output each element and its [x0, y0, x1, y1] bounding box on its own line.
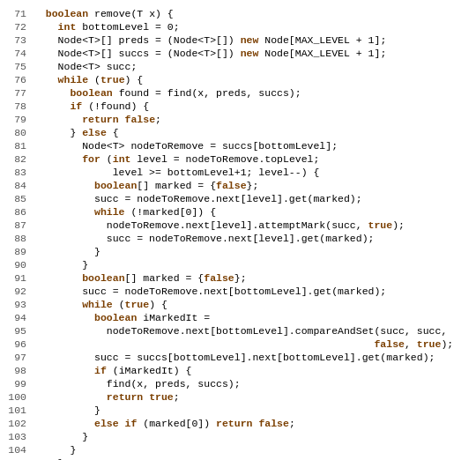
line-number: 100	[0, 390, 33, 404]
line-content: succ = nodeToRemove.next[level].get(mark…	[33, 192, 362, 205]
line-content: }	[33, 456, 64, 460]
line-number: 105	[0, 456, 33, 460]
line-number: 102	[0, 417, 33, 430]
table-row: 105 }	[0, 456, 476, 460]
line-number: 87	[0, 219, 33, 232]
table-row: 97 succ = succs[bottomLevel].next[bottom…	[0, 351, 476, 364]
line-number: 85	[0, 192, 33, 205]
line-content: Node<T>[] preds = (Node<T>[]) new Node[M…	[33, 33, 386, 47]
line-content: boolean[] marked = {false};	[33, 179, 258, 192]
table-row: 81 Node<T> nodeToRemove = succs[bottomLe…	[0, 139, 476, 152]
line-number: 74	[0, 47, 33, 60]
line-number: 80	[0, 126, 33, 139]
line-content: boolean iMarkedIt =	[33, 311, 210, 324]
table-row: 102 else if (marked[0]) return false;	[0, 417, 476, 430]
line-content: if (!found) {	[33, 100, 149, 113]
table-row: 94 boolean iMarkedIt =	[0, 311, 476, 324]
line-number: 76	[0, 73, 33, 86]
code-block: 71 boolean remove(T x) {72 int bottomLev…	[0, 0, 476, 460]
line-number: 90	[0, 258, 33, 271]
line-content: false, true);	[33, 338, 453, 351]
line-number: 77	[0, 86, 33, 100]
line-content: int bottomLevel = 0;	[33, 20, 180, 33]
line-content: boolean remove(T x) {	[33, 7, 174, 20]
line-number: 72	[0, 20, 33, 33]
line-content: return true;	[33, 390, 180, 404]
line-content: find(x, preds, succs);	[33, 377, 241, 390]
line-content: }	[33, 245, 100, 258]
table-row: 92 succ = nodeToRemove.next[bottomLevel]…	[0, 285, 476, 298]
line-number: 103	[0, 430, 33, 443]
table-row: 95 nodeToRemove.next[bottomLevel].compar…	[0, 324, 476, 338]
table-row: 87 nodeToRemove.next[level].attemptMark(…	[0, 219, 476, 232]
table-row: 71 boolean remove(T x) {	[0, 7, 476, 20]
line-content: while (true) {	[33, 73, 143, 86]
line-number: 91	[0, 271, 33, 285]
table-row: 96 false, true);	[0, 338, 476, 351]
line-number: 94	[0, 311, 33, 324]
line-content: else if (marked[0]) return false;	[33, 417, 295, 430]
table-row: 79 return false;	[0, 113, 476, 126]
table-row: 73 Node<T>[] preds = (Node<T>[]) new Nod…	[0, 33, 476, 47]
table-row: 89 }	[0, 245, 476, 258]
line-content: while (!marked[0]) {	[33, 205, 216, 219]
table-row: 100 return true;	[0, 390, 476, 404]
line-number: 88	[0, 232, 33, 245]
line-number: 101	[0, 404, 33, 417]
line-number: 98	[0, 364, 33, 377]
table-row: 80 } else {	[0, 126, 476, 139]
table-row: 93 while (true) {	[0, 298, 476, 311]
table-row: 75 Node<T> succ;	[0, 60, 476, 73]
line-number: 75	[0, 60, 33, 73]
line-content: Node<T>[] succs = (Node<T>[]) new Node[M…	[33, 47, 386, 60]
table-row: 90 }	[0, 258, 476, 271]
line-content: succ = nodeToRemove.next[level].get(mark…	[33, 232, 374, 245]
line-content: }	[33, 404, 100, 417]
line-content: boolean found = find(x, preds, succs);	[33, 86, 301, 100]
line-content: succ = succs[bottomLevel].next[bottomLev…	[33, 351, 435, 364]
line-number: 104	[0, 443, 33, 456]
line-content: }	[33, 258, 88, 271]
line-number: 97	[0, 351, 33, 364]
table-row: 72 int bottomLevel = 0;	[0, 20, 476, 33]
line-content: }	[33, 443, 76, 456]
line-number: 96	[0, 338, 33, 351]
table-row: 76 while (true) {	[0, 73, 476, 86]
line-number: 79	[0, 113, 33, 126]
line-content: } else {	[33, 126, 119, 139]
table-row: 98 if (iMarkedIt) {	[0, 364, 476, 377]
line-content: Node<T> succ;	[33, 60, 137, 73]
line-content: boolean[] marked = {false};	[33, 271, 247, 285]
line-number: 73	[0, 33, 33, 47]
table-row: 84 boolean[] marked = {false};	[0, 179, 476, 192]
line-content: for (int level = nodeToRemove.topLevel;	[33, 152, 319, 166]
line-number: 81	[0, 139, 33, 152]
table-row: 74 Node<T>[] succs = (Node<T>[]) new Nod…	[0, 47, 476, 60]
line-content: succ = nodeToRemove.next[bottomLevel].ge…	[33, 285, 386, 298]
table-row: 91 boolean[] marked = {false};	[0, 271, 476, 285]
table-row: 103 }	[0, 430, 476, 443]
table-row: 86 while (!marked[0]) {	[0, 205, 476, 219]
line-number: 86	[0, 205, 33, 219]
line-number: 84	[0, 179, 33, 192]
line-content: Node<T> nodeToRemove = succs[bottomLevel…	[33, 139, 338, 152]
table-row: 85 succ = nodeToRemove.next[level].get(m…	[0, 192, 476, 205]
line-number: 99	[0, 377, 33, 390]
line-number: 78	[0, 100, 33, 113]
line-content: nodeToRemove.next[bottomLevel].compareAn…	[33, 324, 447, 338]
table-row: 104 }	[0, 443, 476, 456]
table-row: 99 find(x, preds, succs);	[0, 377, 476, 390]
line-content: level >= bottomLevel+1; level--) {	[33, 166, 319, 179]
line-content: return false;	[33, 113, 161, 126]
line-number: 95	[0, 324, 33, 338]
line-number: 83	[0, 166, 33, 179]
line-number: 93	[0, 298, 33, 311]
line-number: 82	[0, 152, 33, 166]
line-content: if (iMarkedIt) {	[33, 364, 191, 377]
line-content: nodeToRemove.next[level].attemptMark(suc…	[33, 219, 405, 232]
line-content: }	[33, 430, 88, 443]
line-number: 92	[0, 285, 33, 298]
line-number: 71	[0, 7, 33, 20]
table-row: 82 for (int level = nodeToRemove.topLeve…	[0, 152, 476, 166]
table-row: 101 }	[0, 404, 476, 417]
